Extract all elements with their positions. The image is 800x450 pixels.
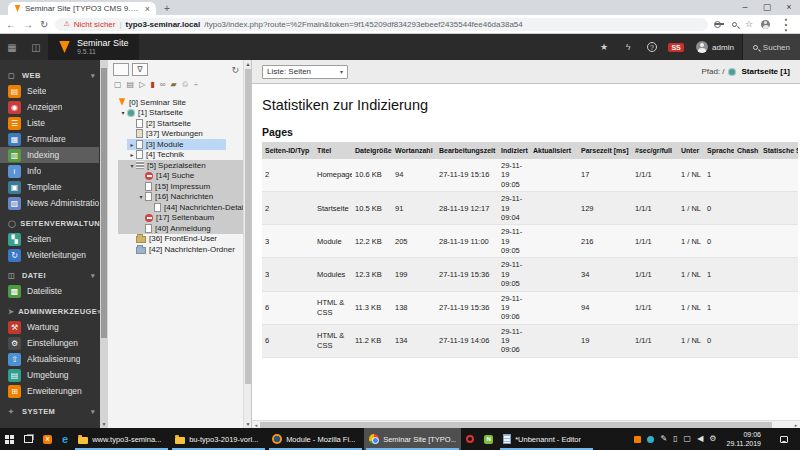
sidebar-item-info[interactable]: iInfo — [0, 163, 99, 179]
trash-dragitem-icon[interactable]: ♲ — [182, 80, 189, 89]
browser-tab[interactable]: Seminar Site [TYPO3 CMS 9.5.11] — [8, 2, 156, 15]
chrome-window-button[interactable]: Seminar Site [TYPO... — [364, 428, 461, 450]
address-bar[interactable]: Nicht sicher | typo3-seminar.local/typo3… — [55, 18, 708, 31]
new-page-button[interactable] — [113, 63, 129, 76]
browser-profile-icon[interactable] — [761, 20, 770, 29]
collapse-icon[interactable]: ▾ — [119, 109, 127, 116]
collapse-icon[interactable]: ▾ — [128, 162, 136, 169]
bookmark-star-icon[interactable] — [745, 19, 753, 29]
tree-node-40-anmeldung[interactable]: [40] Anmeldung — [108, 223, 243, 234]
horizontal-scrollbar[interactable] — [252, 420, 800, 428]
device-tray-icon[interactable]: ▯ — [673, 434, 677, 444]
tab-close-icon[interactable] — [145, 4, 150, 14]
tree-node-1-startseite[interactable]: ▾[1] Startseite — [108, 108, 243, 119]
bookmark-icon[interactable] — [592, 34, 616, 60]
close-button[interactable] — [778, 0, 800, 14]
expand-icon[interactable]: ▸ — [128, 151, 136, 158]
tree-node-0-seminar-site[interactable]: [0] Seminar Site — [108, 97, 243, 108]
scroll-left-icon[interactable] — [252, 421, 260, 428]
topbar-search[interactable]: Suchen — [742, 34, 800, 60]
security-warning-label[interactable]: Nicht sicher — [74, 20, 116, 29]
messaging-tray-icon[interactable] — [647, 436, 654, 443]
hidden-page-dragitem-icon[interactable]: ▮ — [150, 80, 154, 89]
user-menu[interactable]: admin — [688, 34, 742, 60]
settings-tray-icon[interactable]: ⚙ — [709, 434, 716, 444]
folder-dragitem-icon[interactable]: ▰ — [170, 80, 176, 89]
tree-node-17-seitenbaum[interactable]: [17] Seitenbaum — [108, 213, 243, 224]
sidebar-item-template[interactable]: ▣Template — [0, 179, 99, 195]
scroll-down-icon[interactable] — [100, 420, 108, 428]
edge-taskbar-button[interactable]: e — [57, 428, 73, 450]
tree-node-5-spezialseiten[interactable]: ▾[5] Spezialseiten — [108, 160, 243, 171]
sidebar-section-adminwerkzeuge[interactable]: ➤ADMINWERKZEUGE — [0, 304, 99, 319]
navigation-toggle-icon[interactable] — [24, 34, 48, 60]
security-warning-icon[interactable] — [63, 20, 69, 28]
sidebar-section-web[interactable]: ▢WEB — [0, 68, 99, 83]
tree-node-14-suche[interactable]: [14] Suche — [108, 171, 243, 182]
sidebar-item-anzeigen[interactable]: ◉Anzeigen — [0, 99, 99, 115]
expand-icon[interactable]: ▸ — [128, 141, 136, 148]
volume-tray-icon[interactable]: ◀ — [697, 434, 703, 444]
collapse-icon[interactable]: ▾ — [137, 193, 145, 200]
task-view-button[interactable] — [19, 428, 38, 450]
clear-cache-icon[interactable] — [616, 34, 640, 60]
xampp-taskbar-button[interactable]: X — [38, 428, 57, 450]
sidebar-item-umgebung[interactable]: ▤Umgebung — [0, 367, 99, 383]
help-icon[interactable]: ? — [640, 34, 664, 60]
scroll-right-icon[interactable] — [792, 421, 800, 428]
maximize-button[interactable] — [756, 0, 778, 14]
notepad-window-button[interactable]: *Unbenannt - Editor — [498, 428, 595, 450]
tree-node-4-technik[interactable]: ▸[4] Technik — [108, 150, 243, 161]
sidebar-item-dateiliste[interactable]: ▩Dateiliste — [0, 283, 99, 299]
scroll-up-icon[interactable] — [244, 60, 252, 68]
xampp-tray-icon[interactable] — [634, 436, 641, 443]
tree-node-36-frontend-user[interactable]: [36] FrontEnd-User — [108, 234, 243, 245]
filter-button[interactable]: ∇ — [132, 63, 148, 76]
function-select[interactable]: Liste: Seiten — [262, 65, 348, 79]
sidebar-item-seite[interactable]: ▤Seite — [0, 83, 99, 99]
taskbar-clock[interactable]: 09:06 29.11.2019 — [722, 430, 765, 449]
tree-node-37-werbungen[interactable]: [37] Werbungen — [108, 129, 243, 140]
sidebar-item-weiterleitungen[interactable]: ↻Weiterleitungen — [0, 247, 99, 263]
tree-node-2-startseite[interactable]: [2] Startseite — [108, 118, 243, 129]
page-content-dragitem-icon[interactable]: ▤ — [127, 80, 135, 89]
password-key-icon[interactable] — [715, 23, 724, 27]
system-information-icon[interactable]: SS — [664, 34, 688, 60]
sidebar-item-news-administration[interactable]: ▨News Administration — [0, 195, 99, 211]
sidebar-section-system[interactable]: ✦SYSTEM — [0, 404, 99, 419]
zoom-icon[interactable] — [732, 22, 737, 27]
new-tab-button[interactable] — [164, 2, 170, 15]
sidebar-item-formulare[interactable]: ▦Formulare — [0, 131, 99, 147]
link-dragitem-icon[interactable]: ∞ — [160, 80, 166, 89]
sidebar-item-einstellungen[interactable]: ⚙Einstellungen — [0, 335, 99, 351]
notepadpp-taskbar-button[interactable]: N — [479, 428, 498, 450]
tree-node-44-nachrichten-details[interactable]: [44] Nachrichten-Details — [108, 202, 243, 213]
sidebar-item-liste[interactable]: ☰Liste — [0, 115, 99, 131]
scroll-down-icon[interactable] — [244, 420, 252, 428]
sidebar-item-aktualisierung[interactable]: ⇧Aktualisierung — [0, 351, 99, 367]
sidebar-section-datei[interactable]: ◫DATEI — [0, 268, 99, 283]
typo3-logo-block[interactable]: Seminar Site 9.5.11 — [48, 34, 139, 60]
action-center-icon[interactable] — [780, 436, 788, 443]
opera-taskbar-button[interactable] — [461, 428, 479, 450]
sidebar-item-indexing[interactable]: ▥Indexing — [0, 147, 99, 163]
start-button[interactable] — [0, 428, 19, 450]
refresh-tree-icon[interactable] — [231, 65, 239, 75]
page-dragitem-icon[interactable]: ▢ — [114, 80, 122, 89]
sidebar-item-wartung[interactable]: ⚒Wartung — [0, 319, 99, 335]
firefox-window-button[interactable]: Module - Mozilla Fi... — [267, 428, 364, 450]
forward-button[interactable] — [23, 19, 33, 30]
tree-scrollbar[interactable] — [243, 60, 251, 428]
back-button[interactable] — [6, 19, 16, 30]
pen-tray-icon[interactable]: ✎ — [660, 434, 667, 444]
sidebar-item-seiten[interactable]: ▚Seiten — [0, 231, 99, 247]
modules-toggle-icon[interactable] — [0, 34, 24, 60]
explorer-window-button-1[interactable]: www.typo3-semina... — [73, 428, 170, 450]
reload-button[interactable] — [40, 19, 48, 30]
minimize-button[interactable] — [734, 0, 756, 14]
shortcut-dragitem-icon[interactable]: ▷ — [139, 80, 145, 89]
divider-dragitem-icon[interactable]: ÷ — [194, 80, 198, 89]
tree-node-15-impressum[interactable]: [15] Impressum — [108, 181, 243, 192]
browser-menu-icon[interactable] — [778, 15, 794, 34]
tree-node-16-nachrichten[interactable]: ▾[16] Nachrichten — [108, 192, 243, 203]
